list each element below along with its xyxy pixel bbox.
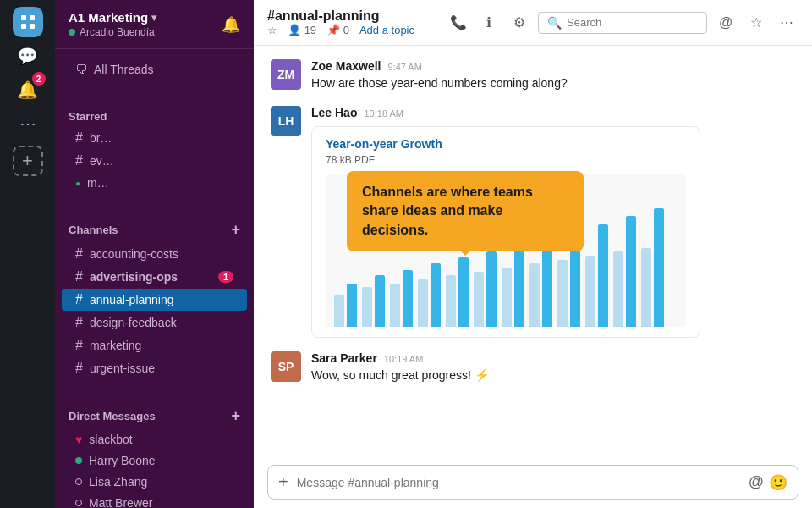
starred-item-1[interactable]: # br… [62, 127, 247, 149]
bar-dark [486, 251, 497, 327]
message-time-1: 9:47 AM [387, 62, 421, 72]
bar-light [585, 256, 595, 327]
member-count: 👤 19 [288, 24, 316, 36]
message-header-2: Lee Hao 10:18 AM [311, 106, 795, 119]
message-sara-parker: SP Sara Parker 10:19 AM Wow, so much gre… [271, 351, 795, 384]
channel-accounting-costs[interactable]: # accounting-costs [62, 243, 247, 265]
channel-urgent-issue[interactable]: # urgent-issue [62, 357, 247, 379]
channels-section: Channels + # accounting-costs # advertis… [55, 201, 254, 387]
bar-group [362, 275, 385, 327]
svg-rect-2 [21, 24, 26, 29]
bar-group [418, 263, 441, 327]
bar-light [446, 275, 456, 327]
add-workspace-button[interactable]: + [13, 146, 43, 176]
bar-light [474, 272, 484, 327]
channel-title: #annual-planning [267, 8, 414, 24]
add-topic-link[interactable]: Add a topic [359, 24, 414, 36]
bar-group [474, 251, 497, 327]
add-channel-button[interactable]: + [231, 221, 240, 239]
bell-icon[interactable]: 🔔 [222, 15, 240, 34]
channel-design-feedback[interactable]: # design-feedback [62, 312, 247, 334]
bar-dark [347, 284, 357, 327]
user-status: Arcadio Buendía [69, 26, 156, 38]
settings-icon[interactable]: ⚙ [508, 11, 531, 35]
message-content-1: Zoe Maxwell 9:47 AM How are those year-e… [311, 59, 795, 92]
dm-section: Direct Messages + ♥ slackbot Harry Boone… [55, 387, 254, 508]
star-icon[interactable]: ☆ [267, 24, 277, 36]
bookmark-icon[interactable]: ☆ [744, 11, 768, 35]
bar-group [334, 284, 357, 327]
more-icon[interactable]: ⋯ [13, 108, 43, 139]
avatar-sara: SP [271, 351, 301, 382]
home-icon[interactable] [13, 7, 43, 37]
status-dot [69, 29, 75, 36]
add-dm-button[interactable]: + [231, 407, 240, 425]
info-icon[interactable]: ℹ [477, 11, 501, 35]
emoji-icon[interactable]: 🙂 [769, 473, 787, 492]
bar-light [502, 268, 512, 327]
bar-group [529, 240, 552, 327]
bar-light [390, 284, 400, 327]
at-icon[interactable]: @ [714, 11, 738, 35]
channel-marketing[interactable]: # marketing [62, 334, 247, 356]
bar-dark [514, 248, 524, 327]
tooltip: Channels are where teams share ideas and… [347, 171, 584, 251]
channel-sidebar: A1 Marketing ▾ Arcadio Buendía 🔔 🗨 All T… [55, 0, 254, 508]
bar-group [502, 248, 524, 327]
green-dot-icon: ● [75, 179, 80, 188]
starred-item-2[interactable]: # ev… [62, 150, 247, 172]
bar-dark [542, 240, 552, 327]
offline-dot-icon-2 [75, 500, 82, 506]
bar-group [585, 224, 608, 327]
workspace-name[interactable]: A1 Marketing ▾ [69, 10, 156, 25]
app-sidebar: 💬 🔔 ⋯ + [0, 0, 55, 508]
workspace-chevron-icon: ▾ [151, 12, 156, 24]
bar-dark [626, 216, 636, 327]
message-header-3: Sara Parker 10:19 AM [311, 351, 795, 365]
message-content-3: Sara Parker 10:19 AM Wow, so much great … [311, 351, 795, 384]
add-attachment-button[interactable]: + [278, 472, 288, 492]
message-text-3: Wow, so much great progress! ⚡ [311, 367, 795, 384]
pin-count: 📌 0 [326, 24, 349, 36]
channel-header: #annual-planning ☆ 👤 19 📌 0 Add a topic … [254, 0, 812, 46]
threads-icon: 🗨 [75, 63, 87, 76]
bar-dark [431, 263, 441, 327]
dm-slackbot[interactable]: ♥ slackbot [62, 429, 247, 450]
more-options-icon[interactable]: ⋯ [775, 11, 798, 35]
channel-meta: ☆ 👤 19 📌 0 Add a topic [267, 24, 414, 36]
all-threads-item[interactable]: 🗨 All Threads [62, 58, 247, 81]
dm-icon[interactable]: 💬 [13, 41, 43, 71]
channel-annual-planning[interactable]: # annual-planning [62, 289, 247, 311]
svg-rect-0 [21, 15, 26, 20]
at-mention-icon[interactable]: @ [749, 473, 764, 492]
bar-light [418, 279, 428, 327]
message-author-2: Lee Hao [311, 106, 357, 119]
bar-dark [403, 270, 413, 327]
bar-light [529, 263, 540, 327]
bar-dark [654, 208, 664, 327]
call-icon[interactable]: 📞 [447, 11, 470, 35]
message-input[interactable] [297, 476, 740, 489]
search-input[interactable] [567, 16, 698, 29]
bar-light [334, 295, 344, 327]
attachment-title[interactable]: Year-on-year Growth [326, 137, 686, 151]
dm-matt-brewer[interactable]: Matt Brewer [62, 493, 247, 508]
message-time-3: 10:19 AM [384, 354, 423, 364]
starred-item-3[interactable]: ● m… [62, 173, 247, 193]
svg-rect-1 [30, 15, 35, 20]
bar-group [613, 216, 636, 327]
dm-lisa-zhang[interactable]: Lisa Zhang [62, 472, 247, 492]
workspace-header: A1 Marketing ▾ Arcadio Buendía 🔔 [55, 0, 254, 49]
notifications-icon[interactable]: 🔔 [13, 75, 43, 105]
offline-dot-icon [75, 478, 82, 485]
dm-harry-boone[interactable]: Harry Boone [62, 450, 247, 471]
bar-dark [458, 257, 469, 327]
message-author-3: Sara Parker [311, 351, 377, 365]
bar-light [362, 287, 372, 327]
messages-area: Channels are where teams share ideas and… [254, 46, 812, 456]
channels-header: Channels + [55, 207, 254, 242]
attachment-meta: 78 kB PDF [326, 154, 686, 166]
advertising-ops-badge: 1 [218, 271, 233, 283]
channel-advertising-ops[interactable]: # advertising-ops 1 [62, 266, 247, 288]
bar-dark [375, 275, 385, 327]
